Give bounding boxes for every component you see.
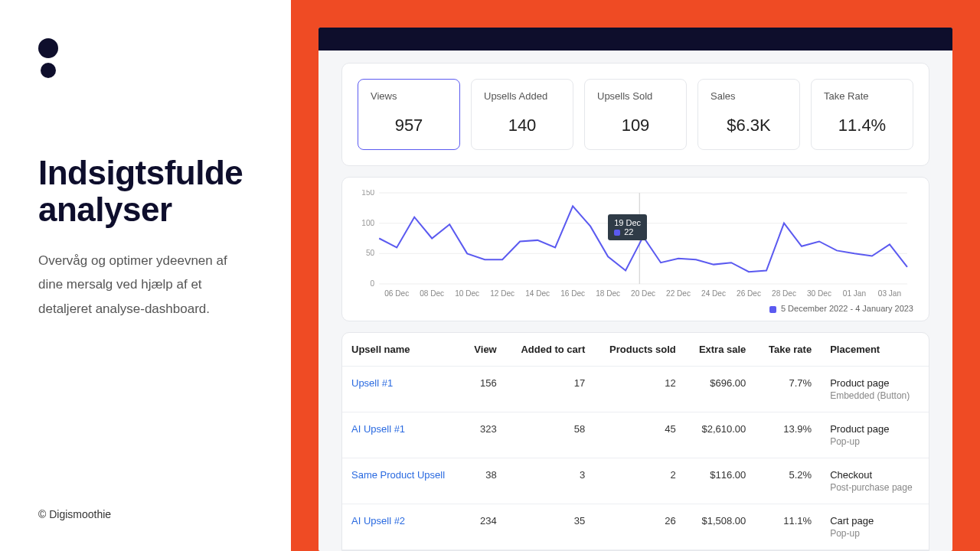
svg-point-24 bbox=[637, 235, 642, 240]
metric-value: 109 bbox=[597, 116, 674, 135]
cell-added: 17 bbox=[506, 367, 594, 412]
cell-sold: 45 bbox=[594, 412, 685, 458]
cell-extra: $116.00 bbox=[685, 458, 756, 504]
metric-card-sales[interactable]: Sales $6.3K bbox=[697, 79, 800, 150]
cell-extra: $2,610.00 bbox=[685, 412, 756, 458]
cell-view: 234 bbox=[462, 504, 506, 550]
cell-view: 38 bbox=[462, 458, 506, 504]
table-row: AI Upsell #2 234 35 26 $1,508.00 11.1% C… bbox=[342, 504, 929, 550]
svg-text:12 Dec: 12 Dec bbox=[490, 289, 514, 298]
cell-placement: Product page Embedded (Button) bbox=[821, 367, 929, 412]
cell-sold: 2 bbox=[594, 458, 685, 504]
cell-sold: 12 bbox=[594, 367, 685, 412]
brand-logo bbox=[38, 38, 254, 78]
page-title: Indsigtsfulde analyser bbox=[38, 155, 254, 229]
metric-label: Sales bbox=[710, 90, 787, 102]
copyright: © Digismoothie bbox=[38, 508, 254, 520]
table-row: Same Product Upsell 38 3 2 $116.00 5.2% … bbox=[342, 458, 929, 504]
metric-value: 140 bbox=[484, 116, 560, 135]
dashboard-frame: Views 957Upsells Added 140Upsells Sold 1… bbox=[291, 0, 980, 551]
svg-text:01 Jan: 01 Jan bbox=[843, 289, 866, 298]
cell-view: 323 bbox=[462, 412, 506, 458]
cell-added: 3 bbox=[506, 458, 594, 504]
col-extra-sale[interactable]: Extra sale bbox=[685, 333, 756, 367]
table-row: Upsell #1 156 17 12 $696.00 7.7% Product… bbox=[342, 367, 929, 412]
svg-text:22 Dec: 22 Dec bbox=[666, 289, 691, 298]
svg-text:18 Dec: 18 Dec bbox=[596, 289, 620, 298]
metric-card-take-rate[interactable]: Take Rate 11.4% bbox=[811, 79, 913, 150]
col-take-rate[interactable]: Take rate bbox=[755, 333, 821, 367]
col-view[interactable]: View bbox=[462, 333, 506, 367]
col-added-to-cart[interactable]: Added to cart bbox=[506, 333, 594, 367]
col-placement[interactable]: Placement bbox=[821, 333, 929, 367]
app-topbar bbox=[318, 28, 952, 51]
svg-text:28 Dec: 28 Dec bbox=[772, 289, 796, 298]
cell-added: 35 bbox=[506, 504, 594, 550]
cell-placement: Product page Pop-up bbox=[821, 412, 929, 458]
cell-take: 11.1% bbox=[755, 504, 821, 550]
svg-text:08 Dec: 08 Dec bbox=[420, 289, 444, 298]
metric-cards: Views 957Upsells Added 140Upsells Sold 1… bbox=[341, 63, 929, 166]
cell-take: 5.2% bbox=[755, 458, 821, 504]
svg-text:26 Dec: 26 Dec bbox=[737, 289, 761, 298]
svg-text:03 Jan: 03 Jan bbox=[878, 289, 901, 298]
svg-text:100: 100 bbox=[361, 219, 374, 227]
upsell-link[interactable]: Same Product Upsell bbox=[351, 469, 445, 481]
svg-text:20 Dec: 20 Dec bbox=[631, 289, 655, 298]
metric-card-upsells-sold[interactable]: Upsells Sold 109 bbox=[584, 79, 687, 150]
upsell-link[interactable]: AI Upsell #1 bbox=[351, 423, 405, 435]
svg-text:50: 50 bbox=[366, 249, 375, 257]
col-upsell-name[interactable]: Upsell name bbox=[342, 333, 462, 367]
cell-take: 7.7% bbox=[755, 367, 821, 412]
svg-text:0: 0 bbox=[371, 279, 375, 288]
page-subtitle: Overvåg og optimer ydeevnen af dine mers… bbox=[38, 249, 237, 321]
cell-view: 156 bbox=[462, 367, 506, 412]
svg-text:06 Dec: 06 Dec bbox=[384, 289, 409, 298]
views-chart: 05010015006 Dec08 Dec10 Dec12 Dec14 Dec1… bbox=[341, 177, 929, 321]
upsell-link[interactable]: Upsell #1 bbox=[351, 377, 393, 389]
svg-text:14 Dec: 14 Dec bbox=[525, 289, 550, 298]
upsell-table: Upsell nameViewAdded to cartProducts sol… bbox=[341, 332, 929, 551]
svg-text:150: 150 bbox=[361, 190, 374, 197]
metric-value: $6.3K bbox=[710, 116, 787, 135]
col-products-sold[interactable]: Products sold bbox=[594, 333, 685, 367]
metric-label: Views bbox=[371, 90, 447, 102]
svg-text:10 Dec: 10 Dec bbox=[455, 289, 479, 298]
metric-value: 957 bbox=[371, 116, 447, 135]
svg-text:16 Dec: 16 Dec bbox=[560, 289, 585, 298]
cell-placement: Checkout Post-purchase page bbox=[821, 458, 929, 504]
metric-card-upsells-added[interactable]: Upsells Added 140 bbox=[471, 79, 573, 150]
cell-extra: $696.00 bbox=[685, 367, 756, 412]
metric-label: Upsells Added bbox=[484, 90, 560, 102]
chart-legend: 5 December 2022 - 4 January 2023 bbox=[358, 304, 913, 313]
upsell-link[interactable]: AI Upsell #2 bbox=[351, 515, 405, 527]
svg-text:24 Dec: 24 Dec bbox=[701, 289, 726, 298]
metric-card-views[interactable]: Views 957 bbox=[358, 79, 460, 150]
cell-extra: $1,508.00 bbox=[685, 504, 756, 550]
cell-take: 13.9% bbox=[755, 412, 821, 458]
metric-label: Upsells Sold bbox=[597, 90, 674, 102]
table-row: AI Upsell #1 323 58 45 $2,610.00 13.9% P… bbox=[342, 412, 929, 458]
metric-value: 11.4% bbox=[824, 116, 900, 135]
svg-text:30 Dec: 30 Dec bbox=[807, 289, 831, 298]
metric-label: Take Rate bbox=[824, 90, 900, 102]
cell-added: 58 bbox=[506, 412, 594, 458]
info-panel: Indsigtsfulde analyser Overvåg og optime… bbox=[0, 0, 291, 551]
cell-sold: 26 bbox=[594, 504, 685, 550]
cell-placement: Cart page Pop-up bbox=[821, 504, 929, 550]
